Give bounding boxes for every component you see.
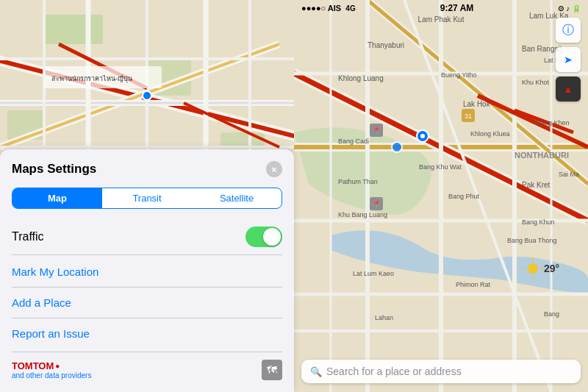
svg-text:📍: 📍: [372, 199, 381, 209]
map-type-segmented-control[interactable]: Map Transit Satellite: [12, 188, 282, 209]
svg-text:Lat Lum Kaeo: Lat Lum Kaeo: [353, 270, 394, 277]
right-status-bar: ●●●●○ AIS 4G 9:27 AM ⊙ ♪ 🔋: [294, 0, 588, 16]
svg-text:Pak Kret: Pak Kret: [522, 181, 551, 189]
search-bar[interactable]: 🔍 Search for a place or address: [301, 360, 581, 383]
svg-point-22: [143, 91, 151, 100]
settings-panel: Maps Settings × Map Transit Satellite Tr…: [0, 149, 294, 392]
svg-text:Bang Cadi: Bang Cadi: [338, 138, 369, 145]
tomtom-sub: and other data providers: [12, 371, 91, 379]
tomtom-logo: TOMTOM ● and other data providers: [12, 360, 91, 379]
svg-text:Bang Bua Thong: Bang Bua Thong: [507, 237, 556, 244]
svg-text:Thanyaburi: Thanyaburi: [368, 41, 404, 49]
right-status-icons: ⊙ ♪ 🔋: [558, 4, 581, 13]
svg-text:Khu Bang Luang: Khu Bang Luang: [338, 211, 387, 218]
svg-point-77: [528, 263, 538, 274]
svg-rect-1: [44, 15, 103, 44]
svg-text:Lam Phak Kut: Lam Phak Kut: [418, 15, 465, 24]
search-placeholder: Search for a place or address: [326, 366, 462, 377]
location-button[interactable]: ➤: [556, 47, 581, 72]
svg-text:Khlong Luang: Khlong Luang: [338, 74, 384, 82]
report-an-issue-link[interactable]: Report an Issue: [12, 318, 282, 349]
svg-text:Lak Hok: Lak Hok: [463, 100, 491, 108]
right-map-svg: Lam Phak Kut Lam Luk Ka Ban Rangsit Than…: [294, 0, 588, 392]
left-phone: สะพานนักรกราคาไหน-ญี่ปุ่น Maps Settings …: [0, 0, 294, 392]
right-carrier: ●●●●○ AIS 4G: [301, 4, 356, 13]
traffic-label: Traffic: [12, 230, 44, 243]
info-button[interactable]: ⓘ: [556, 18, 581, 43]
compass-button[interactable]: ▲: [556, 76, 581, 101]
mark-my-location-link[interactable]: Mark My Location: [12, 257, 282, 288]
traffic-toggle[interactable]: [245, 227, 282, 247]
segment-map[interactable]: Map: [12, 188, 102, 208]
tomtom-footer: TOMTOM ● and other data providers 🗺: [12, 352, 282, 380]
svg-text:📍: 📍: [372, 126, 381, 135]
svg-point-68: [420, 134, 425, 138]
tomtom-name: TOMTOM ●: [12, 360, 91, 371]
map-provider-icon: 🗺: [262, 360, 282, 380]
svg-text:Khu Khot: Khu Khot: [522, 79, 550, 86]
svg-point-69: [392, 142, 402, 152]
settings-title: Maps Settings: [12, 162, 96, 177]
svg-text:Bueng Yitho: Bueng Yitho: [441, 71, 477, 79]
right-time: 9:27 AM: [440, 3, 474, 13]
svg-text:Sai Ma: Sai Ma: [559, 171, 579, 178]
svg-text:31: 31: [465, 113, 472, 120]
add-a-place-link[interactable]: Add a Place: [12, 288, 282, 318]
svg-text:Bang: Bang: [544, 310, 559, 318]
svg-text:Bang Khu Wat: Bang Khu Wat: [419, 163, 462, 171]
svg-text:NONTHABURI: NONTHABURI: [514, 151, 569, 160]
search-icon: 🔍: [310, 366, 322, 377]
svg-text:Phimon Rat: Phimon Rat: [456, 281, 491, 288]
toggle-knob: [263, 228, 281, 246]
svg-text:Bang Phut: Bang Phut: [448, 193, 480, 200]
svg-text:Lahan: Lahan: [375, 314, 393, 321]
traffic-row: Traffic: [12, 219, 282, 255]
svg-text:Bang Khen: Bang Khen: [537, 119, 570, 126]
settings-header: Maps Settings ×: [12, 161, 282, 177]
segment-satellite[interactable]: Satellite: [192, 188, 282, 208]
svg-text:สะพานนักรกราคาไหน-ญี่ปุ่น: สะพานนักรกราคาไหน-ญี่ปุ่น: [51, 74, 132, 83]
map-controls: ⓘ ➤ ▲: [556, 18, 581, 101]
close-button[interactable]: ×: [266, 161, 282, 177]
svg-text:Pathum Than: Pathum Than: [338, 178, 378, 185]
svg-text:29°: 29°: [544, 263, 559, 274]
svg-text:Khlong Kluea: Khlong Kluea: [470, 130, 510, 138]
right-phone: ●●●●○ AIS 4G 9:27 AM ⊙ ♪ 🔋: [294, 0, 588, 392]
segment-transit[interactable]: Transit: [102, 188, 192, 208]
svg-text:Bang Khun: Bang Khun: [522, 218, 555, 226]
